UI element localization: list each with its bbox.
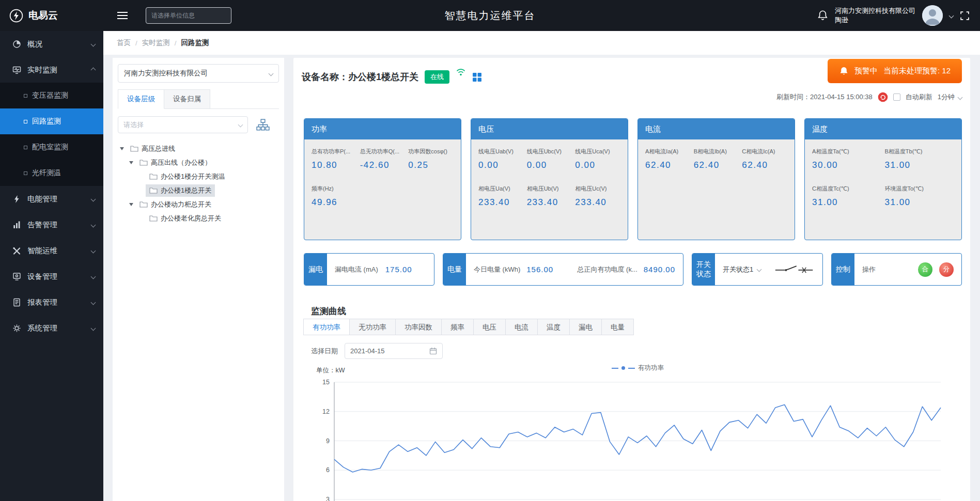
metric-cell: 功率因数cosφ() 0.25 xyxy=(408,148,454,170)
avatar[interactable] xyxy=(922,5,943,26)
bullet-icon xyxy=(24,94,27,98)
grid-view-icon[interactable] xyxy=(472,72,482,82)
stat-card-title: 功率 xyxy=(304,119,461,139)
fullscreen-icon[interactable] xyxy=(960,11,970,21)
close-switch-button[interactable]: 合 xyxy=(918,262,932,277)
y-axis-tick: 6 xyxy=(326,466,330,474)
folder-icon xyxy=(139,159,148,166)
curve-tab[interactable]: 电流 xyxy=(505,319,538,335)
device-tree-panel: 河南力安测控科技有限公司 设备层级 设备归属 请选择 高压总进线高压出线（办公楼… xyxy=(113,58,284,501)
tree-node[interactable]: 办公楼动力柜总开关 xyxy=(118,197,279,211)
sidebar-item-alarm-management[interactable]: 告警管理 xyxy=(0,212,103,238)
curve-tab[interactable]: 电量 xyxy=(601,319,634,335)
tree-node[interactable]: 办公楼老化房总开关 xyxy=(118,211,279,225)
metric-cell: 相电压Uc(V) 233.40 xyxy=(575,185,620,208)
legend-dot-icon xyxy=(621,366,625,370)
curve-tab[interactable]: 频率 xyxy=(441,319,474,335)
switch-status-tag: 开关 状态 xyxy=(692,254,715,285)
unit-search-input[interactable] xyxy=(146,7,231,24)
date-picker-input[interactable]: 2021-04-15 xyxy=(345,343,443,359)
curve-tab[interactable]: 有功功率 xyxy=(303,319,350,335)
switch-status-select[interactable]: 开关状态1 xyxy=(723,265,761,274)
leakage-value: 175.00 xyxy=(385,265,412,274)
refresh-time: 刷新时间：2021-04-15 15:00:38 xyxy=(776,92,873,102)
user-company-block[interactable]: 河南力安测控科技有限公司 陶逊 xyxy=(835,6,915,24)
tree-node-label: 办公楼老化房总开关 xyxy=(161,214,221,223)
energy-card: 电量 今日电量 (kWh) 156.00 总正向有功电度 (k... 8490.… xyxy=(443,253,683,286)
metric-value: 0.00 xyxy=(527,160,572,170)
legend-line-icon xyxy=(628,368,635,369)
metric-cell: A相温度Ta(℃) 30.00 xyxy=(812,148,882,170)
breadcrumb-item[interactable]: 首页 xyxy=(117,38,131,48)
curve-chart: 1512963 xyxy=(304,375,960,501)
sidebar-subitem[interactable]: 光纤测温 xyxy=(0,160,103,186)
sidebar-item-report-management[interactable]: 报表管理 xyxy=(0,289,103,315)
sidebar-item-realtime-monitoring[interactable]: 实时监测 xyxy=(0,57,103,83)
tree-node[interactable]: 高压总进线 xyxy=(118,142,279,155)
metric-label: 线电压Uab(V) xyxy=(478,148,524,155)
sidebar-item-smart-ops[interactable]: 智能运维 xyxy=(0,238,103,263)
bullet-icon xyxy=(24,171,27,175)
sidebar-item-system-management[interactable]: 系统管理 xyxy=(0,315,103,341)
curves-section-title: 监测曲线 xyxy=(311,305,346,317)
tab-device-ownership[interactable]: 设备归属 xyxy=(164,89,210,109)
tree-node[interactable]: 办公楼1楼总开关 xyxy=(118,183,279,197)
menu-icon[interactable] xyxy=(117,11,128,20)
app-logo[interactable]: 电易云 xyxy=(0,9,103,23)
chevron-down-icon xyxy=(91,300,96,305)
breadcrumb-separator: / xyxy=(175,39,177,47)
folder-icon xyxy=(149,173,158,180)
interval-select[interactable]: 1分钟 xyxy=(938,92,962,102)
sidebar-menu: 概况实时监测变压器监测回路监测配电室监测光纤测温电能管理告警管理智能运维设备管理… xyxy=(0,31,103,501)
metric-label: A相电流Ia(A) xyxy=(645,148,691,155)
bell-icon[interactable] xyxy=(817,10,828,21)
sidebar-subitem[interactable]: 回路监测 xyxy=(0,108,103,134)
caret-down-icon[interactable] xyxy=(129,161,133,164)
curve-tab[interactable]: 漏电 xyxy=(569,319,602,335)
metric-cell: 线电压Uab(V) 0.00 xyxy=(478,148,524,170)
breadcrumb-item[interactable]: 实时监测 xyxy=(142,38,170,48)
sidebar-item-label: 实时监测 xyxy=(27,65,57,75)
chevron-down-icon xyxy=(91,41,96,46)
chart-legend[interactable]: 有功功率 xyxy=(612,364,664,372)
curve-tab[interactable]: 温度 xyxy=(537,319,570,335)
sidebar-subitem[interactable]: 配电室监测 xyxy=(0,134,103,160)
curve-tab[interactable]: 电压 xyxy=(473,319,506,335)
stat-card-current: 电流 A相电流Ia(A) 62.40B相电流Ib(A) 62.40C相电流Ic(… xyxy=(637,118,795,240)
device-filter-select[interactable]: 请选择 xyxy=(118,116,248,133)
sidebar-item-device-management[interactable]: 设备管理 xyxy=(0,263,103,289)
metric-label: 相电压Uc(V) xyxy=(575,185,620,193)
alarm-button[interactable]: 预警中 当前未处理预警: 12 xyxy=(828,59,962,83)
caret-down-icon[interactable] xyxy=(120,147,124,150)
breadcrumb-separator: / xyxy=(135,39,137,47)
chevron-down-icon xyxy=(757,267,762,272)
metric-label: 相电压Ub(V) xyxy=(527,185,572,193)
y-axis-tick: 3 xyxy=(326,496,330,501)
sidebar-subitem[interactable]: 变压器监测 xyxy=(0,83,103,108)
breadcrumb-item[interactable]: 回路监测 xyxy=(181,38,209,48)
sidebar-item-overview[interactable]: 概况 xyxy=(0,31,103,57)
tree-node[interactable]: 办公楼1楼分开关测温 xyxy=(118,169,279,183)
tree-node[interactable]: 高压出线（办公楼） xyxy=(118,155,279,169)
metric-value: 31.00 xyxy=(885,197,955,208)
energy-tag: 电量 xyxy=(443,254,466,285)
user-menu-caret-icon[interactable] xyxy=(949,13,954,18)
curve-tab[interactable]: 无功功率 xyxy=(349,319,396,335)
chevron-down-icon xyxy=(958,95,963,100)
metric-value: 62.40 xyxy=(694,160,739,170)
company-select[interactable]: 河南力安测控科技有限公司 xyxy=(118,64,279,83)
stat-card-temperature: 温度 A相温度Ta(℃) 30.00B相温度Tb(℃) 31.00C相温度Tc(… xyxy=(804,118,962,240)
curve-tabs: 有功功率无功功率功率因数频率电压电流温度漏电电量 xyxy=(304,319,634,335)
open-switch-button[interactable]: 分 xyxy=(939,262,954,277)
date-picker-label: 选择日期 xyxy=(311,347,338,356)
caret-down-icon[interactable] xyxy=(129,203,133,206)
sitemap-icon[interactable] xyxy=(256,119,270,131)
logo-bolt-icon xyxy=(9,9,23,23)
metric-value: 233.40 xyxy=(575,197,620,208)
refresh-icon[interactable] xyxy=(878,92,888,102)
tab-device-hierarchy[interactable]: 设备层级 xyxy=(118,89,164,109)
auto-refresh-checkbox[interactable] xyxy=(893,93,900,101)
curve-tab[interactable]: 功率因数 xyxy=(395,319,442,335)
main-content-panel: 设备名称：办公楼1楼总开关 在线 预警中 当前未处理预警: 12 刷新时间：20… xyxy=(293,58,970,501)
sidebar-item-energy-management[interactable]: 电能管理 xyxy=(0,186,103,212)
